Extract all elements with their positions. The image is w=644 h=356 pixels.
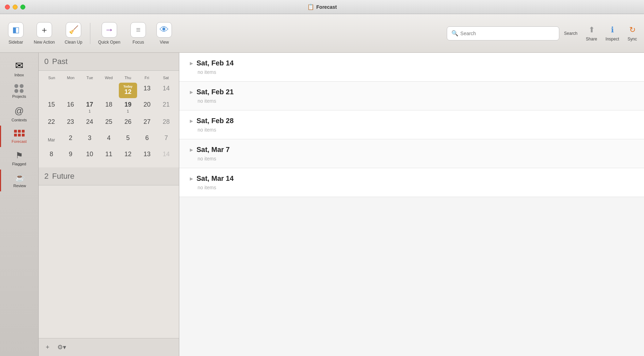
date-group-title: Sat, Mar 14 bbox=[197, 174, 234, 183]
view-button[interactable]: 👁 View bbox=[152, 19, 176, 47]
cal-day[interactable] bbox=[99, 83, 118, 98]
toolbar-right: 🔍 Search ⬆ Share ℹ Inspect ↻ Sync bbox=[447, 23, 640, 44]
sidebar-toggle-button[interactable]: ◧ Sidebar bbox=[4, 19, 28, 47]
cal-day[interactable]: 15 bbox=[42, 99, 60, 115]
date-group-feb14: ▶ Sat, Feb 14 no items bbox=[179, 53, 644, 82]
cal-day[interactable]: 14 bbox=[157, 83, 175, 98]
cal-day[interactable]: 10 bbox=[80, 148, 99, 164]
focus-button[interactable]: ≡ Focus bbox=[126, 19, 150, 47]
titlebar: 📋 Forecast bbox=[0, 0, 644, 14]
date-group-header: ▶ Sat, Mar 7 bbox=[190, 146, 633, 154]
view-icon: 👁 bbox=[156, 22, 172, 38]
content-area: ▶ Sat, Feb 14 no items ▶ Sat, Feb 21 no … bbox=[179, 53, 644, 356]
expand-chevron[interactable]: ▶ bbox=[190, 119, 193, 123]
share-label: Share bbox=[586, 37, 597, 42]
future-count: 2 bbox=[44, 172, 49, 181]
cal-day[interactable]: 4 bbox=[99, 132, 118, 148]
cleanup-button[interactable]: 🧹 Clean Up bbox=[60, 19, 86, 47]
cal-day[interactable]: 14 bbox=[157, 148, 175, 164]
calendar-grid: Sun Mon Tue Wed Thu Fri Sat Today 12 bbox=[39, 71, 179, 167]
sidebar-item-review[interactable]: ☕ Review bbox=[0, 170, 38, 191]
expand-chevron[interactable]: ▶ bbox=[190, 176, 193, 181]
cal-day[interactable]: 25 bbox=[99, 116, 118, 132]
cal-day[interactable]: 27 bbox=[138, 116, 156, 132]
cal-day[interactable] bbox=[42, 83, 60, 98]
expand-chevron[interactable]: ▶ bbox=[190, 147, 193, 152]
cal-day[interactable] bbox=[80, 83, 99, 98]
date-group-title: Sat, Feb 14 bbox=[197, 59, 234, 67]
gear-icon: ⚙▾ bbox=[57, 344, 66, 351]
cal-day[interactable]: 26 bbox=[119, 116, 137, 132]
calendar-days: Today 12 13 14 15 16 17 1 bbox=[42, 83, 175, 164]
inspect-icon: ℹ bbox=[611, 25, 614, 34]
sidebar-item-contexts[interactable]: @ Contexts bbox=[0, 102, 38, 126]
cal-day[interactable]: 7 bbox=[157, 132, 175, 148]
weekday-sun: Sun bbox=[42, 74, 61, 81]
window-title-text: Forecast bbox=[316, 4, 337, 10]
cal-day[interactable]: 12 bbox=[119, 148, 137, 164]
sidebar-item-flagged[interactable]: ⚑ Flagged bbox=[0, 147, 38, 170]
quick-open-icon: → bbox=[102, 22, 117, 38]
cal-day[interactable]: 3 bbox=[80, 132, 99, 148]
quick-open-button[interactable]: → Quick Open bbox=[94, 19, 124, 47]
cal-day[interactable]: 8 bbox=[42, 148, 60, 164]
new-action-icon: ＋ bbox=[37, 22, 52, 38]
search-label: Search bbox=[564, 31, 578, 36]
cal-day[interactable]: 18 bbox=[99, 99, 118, 115]
cal-day-month-label[interactable]: Mar bbox=[42, 132, 60, 148]
date-group-header: ▶ Sat, Feb 28 bbox=[190, 117, 633, 125]
cal-day[interactable]: 6 bbox=[138, 132, 156, 148]
cal-day[interactable]: 22 bbox=[42, 116, 60, 132]
no-items-label: no items bbox=[198, 69, 633, 75]
date-group-title: Sat, Feb 28 bbox=[197, 117, 234, 125]
cal-day[interactable]: 17 1 bbox=[80, 99, 99, 115]
minimize-button[interactable] bbox=[13, 5, 18, 9]
weekday-sat: Sat bbox=[156, 74, 175, 81]
inspect-button[interactable]: ℹ Inspect bbox=[602, 23, 623, 44]
cal-day[interactable]: 5 bbox=[119, 132, 137, 148]
calendar-bottom-toolbar: + ⚙▾ bbox=[39, 338, 179, 356]
sidebar-item-projects[interactable]: Projects bbox=[0, 81, 38, 102]
expand-chevron[interactable]: ▶ bbox=[190, 61, 193, 66]
settings-button[interactable]: ⚙▾ bbox=[55, 342, 68, 352]
cal-day-today[interactable]: Today 12 bbox=[119, 83, 137, 98]
sync-button[interactable]: ↻ Sync bbox=[624, 23, 640, 44]
cal-day[interactable]: 23 bbox=[61, 116, 79, 132]
cal-day[interactable]: 9 bbox=[61, 148, 79, 164]
quick-open-label: Quick Open bbox=[98, 40, 120, 45]
cal-day[interactable]: 21 bbox=[157, 99, 175, 115]
share-icon: ⬆ bbox=[588, 25, 595, 34]
search-box[interactable]: 🔍 bbox=[447, 26, 559, 40]
date-group-header: ▶ Sat, Feb 21 bbox=[190, 88, 633, 96]
cal-day[interactable] bbox=[61, 83, 79, 98]
cal-day[interactable]: 16 bbox=[61, 99, 79, 115]
future-title: Future bbox=[52, 172, 75, 181]
new-action-button[interactable]: ＋ New Action bbox=[30, 19, 59, 47]
sidebar-item-inbox[interactable]: ✉ Inbox bbox=[0, 56, 38, 81]
cal-day[interactable]: 2 bbox=[61, 132, 79, 148]
weekday-headers: Sun Mon Tue Wed Thu Fri Sat bbox=[42, 74, 175, 81]
cal-day[interactable]: 20 bbox=[138, 99, 156, 115]
contexts-label: Contexts bbox=[12, 118, 27, 122]
cal-day[interactable]: 11 bbox=[99, 148, 118, 164]
inspect-label: Inspect bbox=[606, 37, 619, 42]
focus-label: Focus bbox=[133, 40, 144, 45]
share-button[interactable]: ⬆ Share bbox=[582, 23, 601, 44]
review-icon: ☕ bbox=[15, 173, 25, 182]
future-empty-area bbox=[39, 185, 179, 338]
expand-chevron[interactable]: ▶ bbox=[190, 90, 193, 95]
search-input[interactable] bbox=[461, 31, 555, 36]
maximize-button[interactable] bbox=[20, 5, 25, 9]
cal-day[interactable]: 24 bbox=[80, 116, 99, 132]
sidebar-item-forecast[interactable]: Forecast bbox=[0, 126, 38, 147]
add-item-button[interactable]: + bbox=[44, 342, 52, 352]
cal-day[interactable]: 13 bbox=[138, 83, 156, 98]
calendar-panel: 0 Past Sun Mon Tue Wed Thu Fri Sat T bbox=[39, 53, 179, 356]
cal-day[interactable]: 19 1 bbox=[119, 99, 137, 115]
date-group-header: ▶ Sat, Feb 14 bbox=[190, 59, 633, 67]
flagged-icon: ⚑ bbox=[15, 151, 23, 160]
cal-day[interactable]: 13 bbox=[138, 148, 156, 164]
close-button[interactable] bbox=[5, 5, 10, 9]
past-title: Past bbox=[52, 57, 67, 66]
cal-day[interactable]: 28 bbox=[157, 116, 175, 132]
